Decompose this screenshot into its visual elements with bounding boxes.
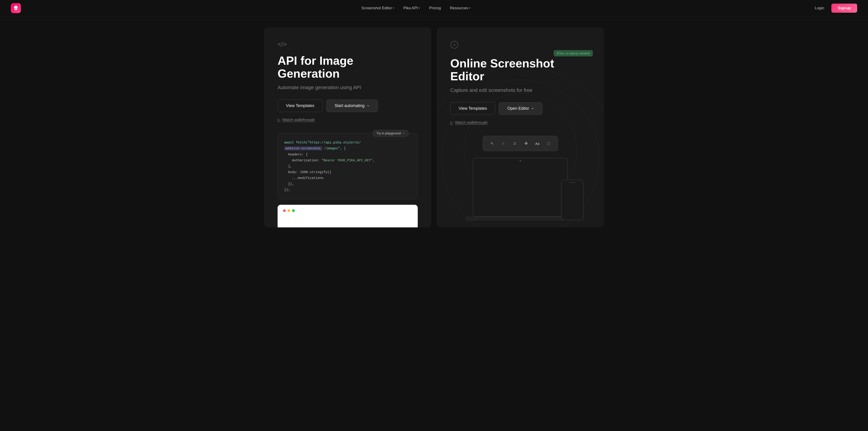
api-icon: </> [278, 41, 418, 48]
code-line-5: }, [284, 163, 411, 169]
open-editor-button[interactable]: Open Editor → [499, 102, 542, 115]
editor-view-templates-button[interactable]: View Templates [450, 102, 495, 115]
logo[interactable] [11, 3, 21, 13]
nav-item-resources[interactable]: Resources ▾ [446, 4, 474, 12]
code-block: await fetch("https://api.pika.style/v1/ … [278, 133, 418, 199]
main-content: </> API for Image Generation Automate im… [253, 16, 615, 227]
code-line-7: ...modifications [284, 175, 411, 181]
nav-item-pika-api[interactable]: Pika API ▾ [400, 4, 424, 12]
editor-card: A {Free, no signup needed} Online Screen… [437, 27, 604, 227]
dot-green [292, 209, 295, 212]
api-card-buttons: View Templates Start automating → [278, 99, 418, 112]
navbar: Screenshot Editor ▾ Pika API ▾ Pricing R… [0, 0, 868, 16]
circle-tool-button[interactable]: ○ [499, 139, 508, 148]
chevron-down-icon: ▾ [469, 6, 471, 9]
crop-tool-button[interactable]: ⊡ [510, 139, 520, 148]
free-badge: {Free, no signup needed} [554, 50, 593, 56]
laptop-camera [520, 160, 521, 161]
logo-icon [13, 5, 19, 11]
editor-section: ↖ ○ ⊡ ✥ Aa □ [450, 136, 590, 220]
api-card: </> API for Image Generation Automate im… [264, 27, 431, 227]
editor-card-title: Online Screenshot Editor [450, 57, 590, 83]
signup-button[interactable]: Signup [831, 4, 857, 13]
api-card-title: API for Image Generation [278, 54, 418, 80]
chevron-down-icon: ▾ [393, 6, 394, 9]
preview-card [278, 205, 418, 227]
device-laptop [473, 158, 568, 217]
nav-item-screenshot-editor[interactable]: Screenshot Editor ▾ [358, 4, 398, 12]
rect-tool-button[interactable]: □ [544, 139, 553, 148]
window-dots [283, 209, 412, 212]
nav-item-pricing[interactable]: Pricing [426, 4, 444, 12]
editor-icon: A [450, 41, 590, 51]
device-laptop-base [466, 217, 575, 220]
code-line-2: website-screenshot /images", { [284, 145, 411, 151]
phone-notch [569, 182, 576, 183]
nav-center: Screenshot Editor ▾ Pika API ▾ Pricing R… [358, 4, 474, 12]
code-section: Try in playground → await fetch("https:/… [278, 133, 418, 227]
api-view-templates-button[interactable]: View Templates [278, 99, 322, 112]
play-icon: ▷ [278, 117, 281, 122]
nav-right: Login Signup [811, 4, 857, 13]
editor-title-container: {Free, no signup needed} Online Screensh… [450, 57, 590, 83]
code-line-3: headers: { [284, 151, 411, 157]
device-phone [561, 180, 584, 220]
editor-toolbar: ↖ ○ ⊡ ✥ Aa □ [483, 136, 558, 151]
code-line-8: }), [284, 181, 411, 187]
text-tool-button[interactable]: Aa [532, 139, 542, 148]
code-line-9: }); [284, 187, 411, 193]
editor-card-buttons: View Templates Open Editor → [450, 102, 590, 115]
api-start-automating-button[interactable]: Start automating → [326, 99, 378, 112]
editor-watch-walkthrough-link[interactable]: ▷ Watch walkthrough [450, 120, 590, 125]
api-watch-walkthrough-link[interactable]: ▷ Watch walkthrough [278, 117, 418, 122]
svg-text:A: A [453, 43, 456, 47]
dot-yellow [287, 209, 290, 212]
code-line-1: await fetch("https://api.pika.style/v1/ [284, 140, 411, 145]
dot-red [283, 209, 286, 212]
login-button[interactable]: Login [811, 4, 828, 12]
laptop-wrapper [466, 158, 575, 220]
chevron-down-icon: ▾ [418, 6, 420, 9]
try-playground-badge[interactable]: Try in playground → [373, 130, 409, 137]
code-line-6: body: JSON.stringify({ [284, 169, 411, 175]
move-tool-button[interactable]: ✥ [521, 139, 531, 148]
devices-container [450, 158, 590, 220]
cursor-tool-button[interactable]: ↖ [487, 139, 497, 148]
api-card-subtitle: Automate image generation using API [278, 85, 418, 90]
code-line-4: Authorization: "Bearer YOUR_PIKA_API_KEY… [284, 157, 411, 163]
editor-card-subtitle: Capture and edit screenshots for free [450, 87, 590, 93]
play-icon: ▷ [450, 120, 453, 125]
